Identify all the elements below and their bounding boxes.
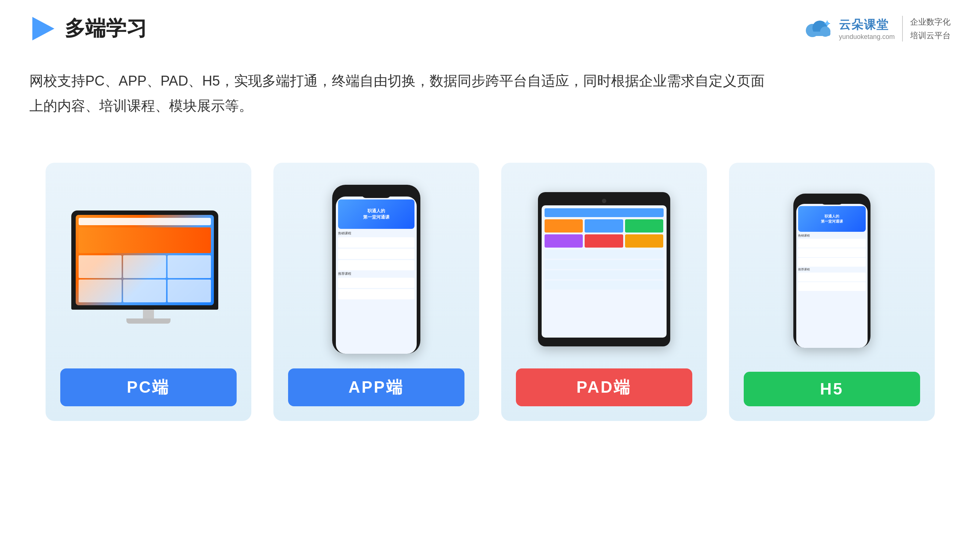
play-icon (29, 16, 56, 42)
phone-small-mockup: 职通人的第一堂河通课 热销课程 推荐课程 (793, 194, 870, 348)
cloud-icon (802, 17, 835, 40)
vertical-divider (902, 16, 903, 41)
brand-logo: 云朵课堂 yunduoketang.com 企业数字化 培训云平台 (802, 16, 951, 41)
pc-card: PC端 (46, 163, 251, 421)
cloud-logo-group: 云朵课堂 yunduoketang.com (802, 17, 895, 41)
h5-label: H5 (744, 372, 920, 406)
description-line1: 网校支持PC、APP、PAD、H5，实现多端打通，终端自由切换，数据同步跨平台自… (29, 68, 951, 93)
page-header: 多端学习 云朵课堂 yunduoketang.com (0, 0, 980, 54)
pad-label: PAD端 (516, 368, 692, 406)
pc-image-area (71, 185, 226, 354)
tablet-mockup (538, 192, 670, 346)
h5-image-area: 职通人的第一堂河通课 热销课程 推荐课程 (793, 185, 870, 357)
pc-label: PC端 (60, 368, 237, 406)
pad-image-area (538, 185, 670, 354)
logo-left: 多端学习 (29, 15, 147, 43)
description-line2: 上的内容、培训课程、模块展示等。 (29, 93, 951, 118)
svg-rect-4 (807, 32, 830, 36)
svg-point-5 (825, 22, 829, 25)
monitor-screen (76, 215, 214, 305)
svg-marker-0 (32, 17, 54, 40)
h5-card: 职通人的第一堂河通课 热销课程 推荐课程 H5 (729, 163, 935, 421)
pc-mockup (71, 211, 226, 328)
brand-slogan: 企业数字化 培训云平台 (910, 16, 951, 41)
app-card: 职通人的第一堂河通课 热销课程 推荐课程 APP端 (274, 163, 479, 421)
brand-name: 云朵课堂 (839, 17, 895, 33)
pad-card: PAD端 (501, 163, 707, 421)
device-cards-section: PC端 职通人的第一堂河通课 热销课程 推荐课程 (0, 141, 980, 443)
brand-text-group: 云朵课堂 yunduoketang.com (839, 17, 895, 41)
phone-mockup: 职通人的第一堂河通课 热销课程 推荐课程 (332, 185, 420, 354)
app-image-area: 职通人的第一堂河通课 热销课程 推荐课程 (332, 185, 420, 354)
page-title: 多端学习 (65, 15, 147, 43)
tablet-screen (542, 205, 667, 338)
brand-url: yunduoketang.com (839, 33, 895, 41)
monitor-frame (71, 211, 218, 310)
app-label: APP端 (288, 368, 465, 406)
phone-small-screen: 职通人的第一堂河通课 热销课程 推荐课程 (796, 204, 867, 348)
description-section: 网校支持PC、APP、PAD、H5，实现多端打通，终端自由切换，数据同步跨平台自… (0, 54, 980, 126)
phone-screen: 职通人的第一堂河通课 热销课程 推荐课程 (336, 197, 417, 354)
